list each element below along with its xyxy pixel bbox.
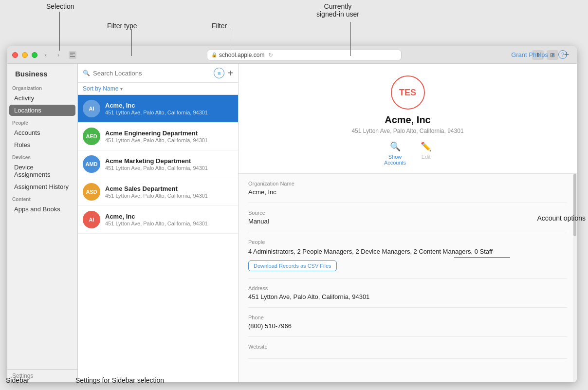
show-accounts-label: Show Accounts [384,154,406,166]
detail-name: Acme, Inc [385,114,430,126]
search-icon: 🔍 [83,70,90,76]
sidebar-item-assignment-history[interactable]: Assignment History [9,181,75,192]
people-label: People [248,239,567,245]
org-name-field: Organization Name Acme, Inc [248,174,567,203]
list-item[interactable]: AMD Acme Marketing Department 451 Lytton… [78,150,238,178]
sort-chevron: ▾ [120,86,123,92]
lock-icon: 🔒 [211,52,217,57]
signed-in-user-annotation: Currently signed-in user [316,2,359,18]
selection-annotation: Selection [46,2,74,10]
sidebar-item-device-assignments[interactable]: Device Assignments [9,162,75,180]
address-bar[interactable]: 🔒 school.apple.com ↻ [207,50,402,60]
phone-label: Phone [248,315,567,320]
filter-annotation: Filter [212,22,227,30]
devices-section-label: Devices [7,151,77,161]
settings-annotation: Settings for Sidebar selection [75,376,164,384]
location-name: Acme, Inc [105,213,233,220]
website-field: Website [248,337,567,359]
detail-scrollbar[interactable] [573,174,577,382]
people-section-label: People [7,116,77,127]
detail-panel: Grant Phelps ▾ ? TES Acme, Inc 451 Lytto… [239,64,577,382]
list-item[interactable]: AED Acme Engineering Department 451 Lytt… [78,123,238,150]
refresh-icon[interactable]: ↻ [268,52,273,58]
show-accounts-button[interactable]: 🔍 Show Accounts [384,141,406,166]
location-address: 451 Lytton Ave, Palo Alto, California, 9… [105,193,233,199]
location-name: Acme, Inc [105,102,233,109]
back-button[interactable]: ‹ [41,51,50,59]
download-csv-button[interactable]: Download Records as CSV Files [248,260,337,271]
address-value: 451 Lytton Ave, Palo Alto, California, 9… [248,293,567,300]
org-section-label: Organization [7,82,77,92]
sort-label: Sort by [83,85,103,92]
detail-actions: 🔍 Show Accounts ✏️ Edit [384,141,431,166]
add-location-button[interactable]: + [227,68,233,78]
browser-titlebar: ‹ › 🔒 school.apple.com ↻ ⬆ ⊞ + [7,46,577,64]
website-label: Website [248,344,567,350]
sidebar: Business Organization Activity Locations… [7,64,78,382]
detail-header: TES Acme, Inc 451 Lytton Ave, Palo Alto,… [239,64,577,174]
browser-content: Business Organization Activity Locations… [7,64,577,382]
location-address: 451 Lytton Ave, Palo Alto, California, 9… [105,165,233,171]
sort-bar[interactable]: Sort by Name ▾ [78,83,238,95]
location-name: Acme Marketing Department [105,157,233,165]
list-item[interactable]: AI Acme, Inc 451 Lytton Ave, Palo Alto, … [78,206,238,234]
url-text: school.apple.com [219,52,264,58]
scrollbar-thumb [573,174,576,236]
source-field: Source Manual [248,203,567,232]
list-item[interactable]: AI Acme, Inc 451 Lytton Ave, Palo Alto, … [78,95,238,123]
search-input[interactable] [93,70,211,77]
list-panel: 🔍 ≡ + Sort by Name ▾ AI Acme, Inc 451 Ly… [78,64,239,382]
location-info: Acme, Inc 451 Lytton Ave, Palo Alto, Cal… [105,102,233,115]
location-avatar: AI [83,211,100,228]
detail-address: 451 Lytton Ave, Palo Alto, California, 9… [351,128,463,134]
sidebar-item-accounts[interactable]: Accounts [9,127,75,138]
browser-window: ‹ › 🔒 school.apple.com ↻ ⬆ ⊞ + [7,46,577,382]
location-address: 451 Lytton Ave, Palo Alto, California, 9… [105,110,233,115]
location-address: 451 Lytton Ave, Palo Alto, California, 9… [105,137,233,143]
address-label: Address [248,285,567,291]
location-info: Acme, Inc 451 Lytton Ave, Palo Alto, Cal… [105,213,233,226]
address-field: Address 451 Lytton Ave, Palo Alto, Calif… [248,279,567,308]
location-name: Acme Engineering Department [105,130,233,137]
location-list: AI Acme, Inc 451 Lytton Ave, Palo Alto, … [78,95,238,382]
minimize-button[interactable] [22,52,28,58]
maximize-button[interactable] [32,52,37,58]
location-avatar: AED [83,128,100,145]
filter-button[interactable]: ≡ [214,68,224,78]
source-label: Source [248,210,567,216]
sidebar-item-apps-and-books[interactable]: Apps and Books [9,204,75,215]
source-value: Manual [248,218,567,225]
search-accounts-icon: 🔍 [390,141,401,152]
org-name-label: Organization Name [248,181,567,186]
location-avatar: ASD [83,183,100,201]
location-info: Acme Marketing Department 451 Lytton Ave… [105,157,233,171]
location-name: Acme Sales Department [105,185,233,192]
list-item[interactable]: ASD Acme Sales Department 451 Lytton Ave… [78,178,238,206]
forward-button[interactable]: › [54,51,63,59]
sidebar-toggle[interactable] [69,51,76,59]
location-info: Acme Sales Department 451 Lytton Ave, Pa… [105,185,233,199]
sort-value: Name [103,85,118,92]
phone-field: Phone (800) 510-7966 [248,308,567,337]
location-address: 451 Lytton Ave, Palo Alto, California, 9… [105,221,233,226]
content-section-label: Content [7,193,77,203]
sidebar-logo-text: Business [15,70,48,78]
location-avatar: AI [83,100,100,117]
edit-icon: ✏️ [421,141,431,152]
sidebar-item-locations[interactable]: Locations [9,105,75,116]
location-avatar: AMD [83,155,100,173]
detail-avatar: TES [391,75,425,110]
people-value: 4 Administrators, 2 People Managers, 2 D… [248,247,567,257]
sidebar-logo: Business [7,64,77,82]
filter-type-annotation: Filter type [107,22,137,30]
sidebar-annotation: Sidebar [6,376,29,384]
sidebar-item-roles[interactable]: Roles [9,139,75,150]
people-field: People 4 Administrators, 2 People Manage… [248,232,567,279]
sidebar-item-activity[interactable]: Activity [9,93,75,104]
account-options-annotation: Account options [537,214,586,222]
close-button[interactable] [12,52,18,58]
search-bar: 🔍 ≡ + [78,64,238,83]
detail-body: Organization Name Acme, Inc Source Manua… [239,174,577,382]
edit-label: Edit [422,154,431,160]
edit-button[interactable]: ✏️ Edit [421,141,431,166]
